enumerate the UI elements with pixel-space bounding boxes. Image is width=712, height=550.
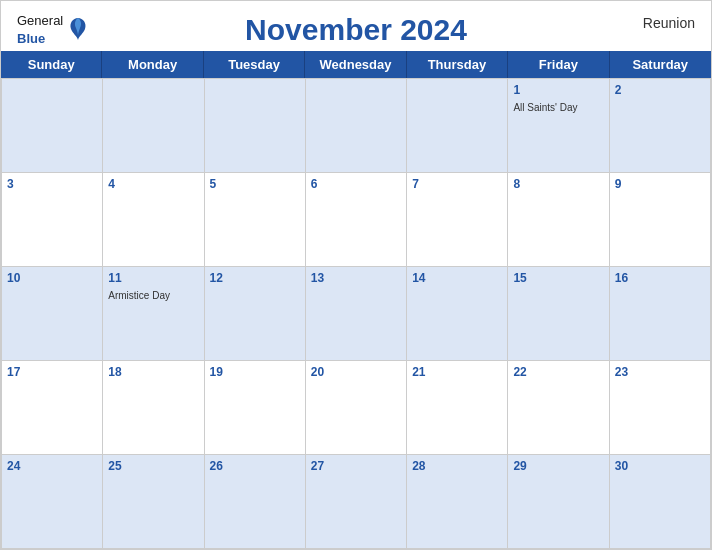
day-number: 1 [513,83,603,97]
day-header-friday: Friday [508,51,609,78]
day-number: 2 [615,83,705,97]
calendar-grid: 1All Saints' Day234567891011Armistice Da… [1,78,711,549]
region-label: Reunion [643,15,695,31]
day-cell: 23 [610,361,711,455]
day-number: 20 [311,365,401,379]
day-cell: 8 [508,173,609,267]
day-number: 12 [210,271,300,285]
logo-blue: Blue [17,31,45,46]
day-cell: 22 [508,361,609,455]
event-label: All Saints' Day [513,102,577,113]
day-headers: Sunday Monday Tuesday Wednesday Thursday… [1,51,711,78]
day-cell: 12 [205,267,306,361]
day-header-saturday: Saturday [610,51,711,78]
day-cell [205,79,306,173]
calendar: General Blue November 2024 Reunion Sunda… [0,0,712,550]
day-number: 14 [412,271,502,285]
day-number: 6 [311,177,401,191]
day-number: 27 [311,459,401,473]
day-number: 24 [7,459,97,473]
day-number: 5 [210,177,300,191]
logo: General Blue [17,11,89,47]
day-header-sunday: Sunday [1,51,102,78]
day-number: 9 [615,177,705,191]
day-cell: 28 [407,455,508,549]
day-cell [103,79,204,173]
day-cell: 5 [205,173,306,267]
day-cell: 21 [407,361,508,455]
day-cell: 27 [306,455,407,549]
day-cell: 24 [2,455,103,549]
month-title: November 2024 [245,13,467,47]
day-cell: 15 [508,267,609,361]
day-cell: 1All Saints' Day [508,79,609,173]
day-header-wednesday: Wednesday [305,51,406,78]
day-number: 17 [7,365,97,379]
day-number: 25 [108,459,198,473]
day-header-thursday: Thursday [407,51,508,78]
day-number: 13 [311,271,401,285]
day-cell: 4 [103,173,204,267]
day-cell: 26 [205,455,306,549]
day-number: 19 [210,365,300,379]
day-number: 18 [108,365,198,379]
day-cell: 30 [610,455,711,549]
day-number: 21 [412,365,502,379]
day-number: 4 [108,177,198,191]
day-cell: 19 [205,361,306,455]
day-cell [407,79,508,173]
day-cell: 13 [306,267,407,361]
day-number: 7 [412,177,502,191]
day-cell: 16 [610,267,711,361]
day-number: 22 [513,365,603,379]
day-cell: 14 [407,267,508,361]
day-cell [306,79,407,173]
day-number: 30 [615,459,705,473]
day-cell: 17 [2,361,103,455]
day-cell [2,79,103,173]
day-cell: 9 [610,173,711,267]
day-cell: 7 [407,173,508,267]
day-cell: 25 [103,455,204,549]
day-number: 16 [615,271,705,285]
day-number: 29 [513,459,603,473]
day-number: 8 [513,177,603,191]
day-header-tuesday: Tuesday [204,51,305,78]
day-header-monday: Monday [102,51,203,78]
day-cell: 3 [2,173,103,267]
day-number: 28 [412,459,502,473]
day-cell: 6 [306,173,407,267]
day-number: 3 [7,177,97,191]
day-number: 11 [108,271,198,285]
logo-general: General [17,13,63,28]
day-number: 26 [210,459,300,473]
day-number: 10 [7,271,97,285]
day-cell: 11Armistice Day [103,267,204,361]
day-number: 15 [513,271,603,285]
event-label: Armistice Day [108,290,170,301]
logo-bird-icon [67,16,89,42]
day-number: 23 [615,365,705,379]
day-cell: 2 [610,79,711,173]
day-cell: 29 [508,455,609,549]
day-cell: 20 [306,361,407,455]
day-cell: 10 [2,267,103,361]
day-cell: 18 [103,361,204,455]
calendar-header: General Blue November 2024 Reunion [1,1,711,51]
